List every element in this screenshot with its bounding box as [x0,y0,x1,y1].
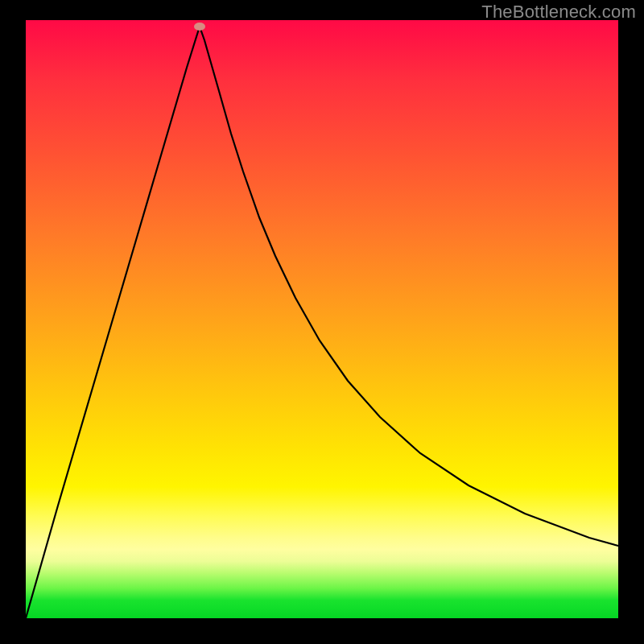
bottleneck-curve [26,20,618,618]
chart-frame: TheBottleneck.com [0,0,644,644]
minimum-marker-dot [194,23,205,31]
plot-area [26,20,618,618]
